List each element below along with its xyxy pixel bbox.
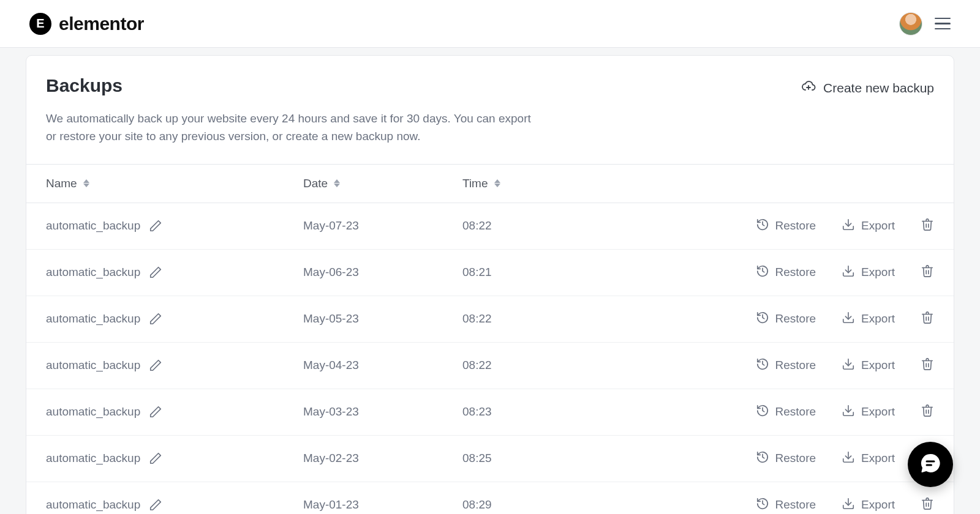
- avatar[interactable]: [899, 12, 922, 35]
- svg-rect-24: [926, 464, 933, 466]
- pencil-icon[interactable]: [149, 219, 162, 233]
- table-row: automatic_backupMay-03-2308:23RestoreExp…: [26, 389, 954, 436]
- restore-label: Restore: [775, 266, 816, 279]
- delete-button[interactable]: [921, 404, 934, 420]
- backup-date: May-04-23: [303, 359, 462, 372]
- table-row: automatic_backupMay-01-2308:29RestoreExp…: [26, 482, 954, 514]
- pencil-icon[interactable]: [149, 359, 162, 372]
- trash-icon: [921, 264, 934, 281]
- hamburger-menu-icon[interactable]: [935, 18, 951, 30]
- backup-time: 08:29: [462, 498, 585, 512]
- restore-label: Restore: [775, 312, 816, 326]
- topbar-right: [899, 12, 951, 35]
- delete-button[interactable]: [921, 357, 934, 374]
- restore-button[interactable]: Restore: [756, 218, 816, 234]
- page-description: We automatically back up your website ev…: [46, 110, 536, 146]
- backup-time: 08:22: [462, 312, 585, 326]
- restore-button[interactable]: Restore: [756, 357, 816, 374]
- column-header-time[interactable]: Time: [462, 177, 585, 190]
- delete-button[interactable]: [921, 311, 934, 327]
- pencil-icon[interactable]: [149, 266, 162, 279]
- pencil-icon[interactable]: [149, 405, 162, 419]
- delete-button[interactable]: [921, 497, 934, 513]
- table-row: automatic_backupMay-07-2308:22RestoreExp…: [26, 203, 954, 250]
- table-row: automatic_backupMay-04-2308:22RestoreExp…: [26, 343, 954, 389]
- restore-button[interactable]: Restore: [756, 264, 816, 281]
- card-header: Backups We automatically back up your we…: [26, 56, 954, 164]
- restore-button[interactable]: Restore: [756, 311, 816, 327]
- backups-card: Backups We automatically back up your we…: [26, 55, 954, 514]
- restore-label: Restore: [775, 405, 816, 419]
- table-body: automatic_backupMay-07-2308:22RestoreExp…: [26, 203, 954, 514]
- backup-name: automatic_backup: [46, 405, 140, 419]
- table-row: automatic_backupMay-02-2308:25RestoreExp…: [26, 436, 954, 482]
- download-icon: [842, 264, 855, 281]
- backup-date: May-06-23: [303, 266, 462, 279]
- download-icon: [842, 404, 855, 420]
- download-icon: [842, 497, 855, 513]
- pencil-icon[interactable]: [149, 498, 162, 512]
- export-button[interactable]: Export: [842, 264, 895, 281]
- create-backup-button[interactable]: Create new backup: [801, 79, 934, 97]
- download-icon: [842, 450, 855, 467]
- brand-logo[interactable]: E elementor: [29, 13, 144, 35]
- export-button[interactable]: Export: [842, 357, 895, 374]
- restore-label: Restore: [775, 498, 816, 512]
- download-icon: [842, 218, 855, 234]
- export-button[interactable]: Export: [842, 450, 895, 467]
- table-row: automatic_backupMay-05-2308:22RestoreExp…: [26, 296, 954, 343]
- cloud-plus-icon: [801, 79, 816, 97]
- restore-label: Restore: [775, 452, 816, 465]
- column-header-date[interactable]: Date: [303, 177, 462, 190]
- trash-icon: [921, 218, 934, 234]
- export-label: Export: [861, 266, 895, 279]
- backup-time: 08:21: [462, 266, 585, 279]
- table-row: automatic_backupMay-06-2308:21RestoreExp…: [26, 250, 954, 296]
- restore-button[interactable]: Restore: [756, 450, 816, 467]
- delete-button[interactable]: [921, 264, 934, 281]
- backup-time: 08:23: [462, 405, 585, 419]
- restore-button[interactable]: Restore: [756, 497, 816, 513]
- delete-button[interactable]: [921, 218, 934, 234]
- backup-name: automatic_backup: [46, 312, 140, 326]
- sort-icon: [334, 179, 340, 187]
- pencil-icon[interactable]: [149, 452, 162, 465]
- trash-icon: [921, 497, 934, 513]
- download-icon: [842, 311, 855, 327]
- restore-icon: [756, 357, 769, 374]
- restore-icon: [756, 404, 769, 420]
- trash-icon: [921, 311, 934, 327]
- restore-label: Restore: [775, 359, 816, 372]
- restore-icon: [756, 450, 769, 467]
- backup-name: automatic_backup: [46, 219, 140, 233]
- export-label: Export: [861, 452, 895, 465]
- export-button[interactable]: Export: [842, 218, 895, 234]
- backup-date: May-03-23: [303, 405, 462, 419]
- pencil-icon[interactable]: [149, 312, 162, 326]
- export-label: Export: [861, 312, 895, 326]
- download-icon: [842, 357, 855, 374]
- backup-time: 08:22: [462, 219, 585, 233]
- restore-icon: [756, 311, 769, 327]
- sort-icon: [494, 179, 500, 187]
- export-button[interactable]: Export: [842, 311, 895, 327]
- logo-text: elementor: [59, 13, 144, 34]
- export-label: Export: [861, 405, 895, 419]
- page-title: Backups: [46, 75, 536, 96]
- export-label: Export: [861, 219, 895, 233]
- export-button[interactable]: Export: [842, 404, 895, 420]
- column-header-name[interactable]: Name: [46, 177, 303, 190]
- export-button[interactable]: Export: [842, 497, 895, 513]
- backup-date: May-02-23: [303, 452, 462, 465]
- sort-icon: [83, 179, 89, 187]
- chat-fab[interactable]: [908, 442, 953, 487]
- table-header: Name Date Time: [26, 164, 954, 203]
- restore-icon: [756, 264, 769, 281]
- backup-name: automatic_backup: [46, 266, 140, 279]
- backup-name: automatic_backup: [46, 359, 140, 372]
- restore-icon: [756, 218, 769, 234]
- restore-button[interactable]: Restore: [756, 404, 816, 420]
- logo-badge-icon: E: [29, 13, 51, 35]
- backup-date: May-01-23: [303, 498, 462, 512]
- backup-date: May-05-23: [303, 312, 462, 326]
